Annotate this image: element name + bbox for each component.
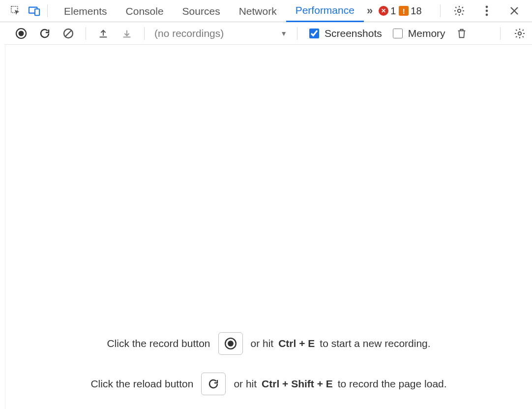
- performance-toolbar: (no recordings) ▼ Screenshots Memory: [5, 22, 532, 45]
- devtools-tabstrip: Elements Console Sources Network Perform…: [0, 0, 532, 22]
- capture-settings-gear-icon[interactable]: [512, 26, 527, 41]
- upload-profile-icon[interactable]: [96, 26, 111, 41]
- error-count: 1: [390, 5, 396, 17]
- recordings-select[interactable]: (no recordings) ▼: [154, 28, 287, 39]
- hint-shortcut: Ctrl + E: [278, 338, 315, 349]
- performance-empty-state: Click the record button or hit Ctrl + E …: [5, 45, 532, 409]
- screenshots-label: Screenshots: [325, 28, 382, 39]
- device-toolbar-icon[interactable]: [27, 3, 42, 19]
- reload-icon[interactable]: [201, 373, 226, 395]
- hint-text: Click the reload button: [90, 378, 193, 390]
- separator: [440, 4, 441, 17]
- hint-text: or hit: [251, 338, 274, 349]
- memory-checkbox[interactable]: Memory: [391, 27, 445, 40]
- screenshots-checkbox-input[interactable]: [309, 29, 319, 38]
- record-icon[interactable]: [218, 332, 243, 355]
- hint-record: Click the record button or hit Ctrl + E …: [5, 323, 532, 364]
- recordings-placeholder: (no recordings): [154, 28, 224, 39]
- warning-count-badge[interactable]: 18: [399, 5, 421, 17]
- tab-elements[interactable]: Elements: [55, 0, 117, 22]
- clear-button[interactable]: [61, 26, 76, 41]
- hint-shortcut: Ctrl + Shift + E: [262, 378, 333, 390]
- memory-label: Memory: [408, 28, 445, 39]
- warning-count: 18: [411, 5, 421, 17]
- svg-point-12: [228, 341, 234, 346]
- settings-gear-icon[interactable]: [451, 3, 467, 19]
- close-devtools-icon[interactable]: [506, 3, 522, 19]
- separator: [47, 4, 48, 17]
- dropdown-caret-icon: ▼: [280, 30, 287, 37]
- tab-console[interactable]: Console: [117, 0, 173, 22]
- hint-text: to start a new recording.: [320, 338, 430, 349]
- error-icon: [379, 6, 388, 16]
- hint-text: to record the page load.: [338, 378, 447, 390]
- separator: [500, 27, 501, 40]
- hint-text: Click the record button: [107, 338, 210, 349]
- hint-text: or hit: [234, 378, 257, 390]
- tab-performance[interactable]: Performance: [286, 0, 364, 22]
- screenshots-checkbox[interactable]: Screenshots: [307, 27, 382, 40]
- svg-rect-2: [35, 9, 39, 15]
- svg-point-5: [486, 10, 488, 12]
- memory-checkbox-input[interactable]: [393, 29, 403, 38]
- inspect-element-icon[interactable]: [8, 3, 24, 19]
- svg-point-4: [486, 6, 488, 8]
- hint-reload: Click the reload button or hit Ctrl + Sh…: [5, 364, 532, 404]
- separator: [144, 27, 145, 40]
- tab-network[interactable]: Network: [230, 0, 286, 22]
- reload-record-button[interactable]: [37, 26, 52, 41]
- svg-point-3: [458, 9, 461, 12]
- record-button[interactable]: [14, 26, 29, 41]
- more-tabs-chevron-icon[interactable]: »: [364, 4, 376, 17]
- warning-icon: [399, 6, 409, 16]
- svg-point-8: [19, 31, 24, 36]
- separator: [86, 27, 86, 40]
- tab-sources[interactable]: Sources: [173, 0, 230, 22]
- download-profile-icon[interactable]: [119, 26, 134, 41]
- kebab-menu-icon[interactable]: [479, 3, 495, 19]
- svg-point-6: [486, 14, 488, 16]
- garbage-collect-icon[interactable]: [454, 26, 469, 41]
- error-count-badge[interactable]: 1: [379, 5, 396, 17]
- separator: [297, 27, 297, 40]
- svg-point-10: [518, 31, 521, 34]
